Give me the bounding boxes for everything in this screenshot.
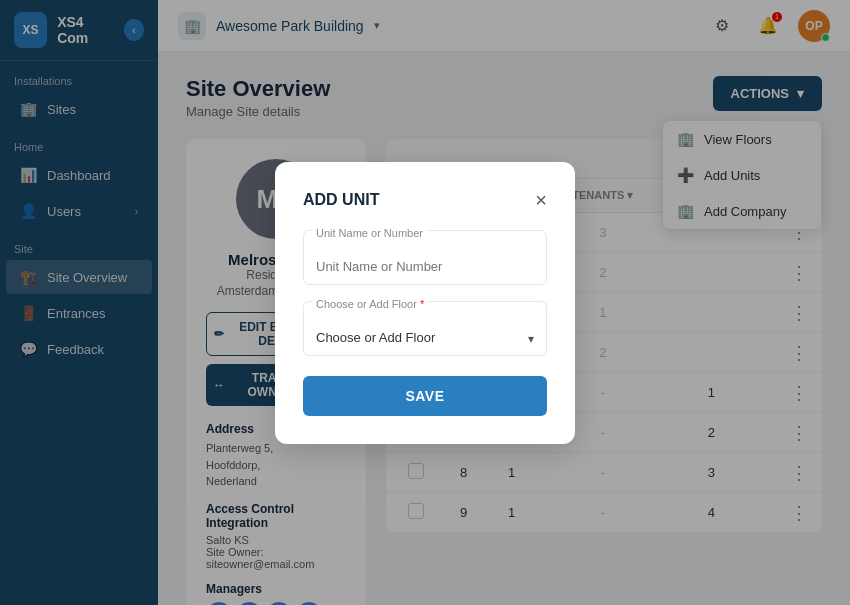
unit-name-fieldset: Unit Name or Number [303,230,547,285]
unit-name-label: Unit Name or Number [312,227,427,239]
modal-header: ADD UNIT × [303,190,547,210]
floor-label: Choose or Add Floor * [312,298,428,310]
modal-title: ADD UNIT [303,191,379,209]
modal-overlay: ADD UNIT × Unit Name or Number Choose or… [0,0,850,605]
unit-name-input[interactable] [304,253,546,284]
required-indicator: * [420,298,424,310]
modal-close-button[interactable]: × [535,190,547,210]
floor-fieldset: Choose or Add Floor * Choose or Add Floo… [303,301,547,356]
save-button[interactable]: SAVE [303,376,547,416]
floor-select[interactable]: Choose or Add Floor Floor 1 Floor 2 Floo… [304,324,546,355]
add-unit-modal: ADD UNIT × Unit Name or Number Choose or… [275,162,575,444]
